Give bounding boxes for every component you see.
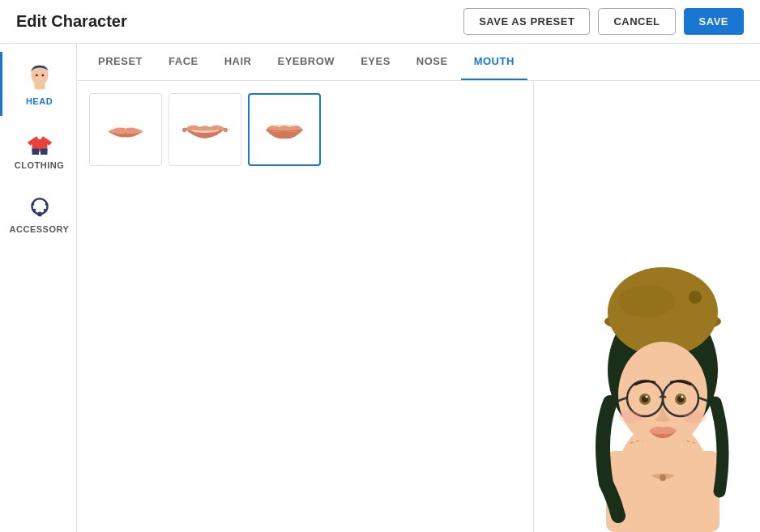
tab-mouth[interactable]: MOUTH bbox=[461, 44, 527, 80]
mouth-1-icon bbox=[97, 116, 154, 144]
svg-point-36 bbox=[681, 396, 684, 398]
main-layout: HEAD bbox=[0, 44, 760, 532]
save-as-preset-button[interactable]: SAVE AS PRESET bbox=[463, 8, 590, 35]
character-preview bbox=[533, 81, 760, 532]
svg-point-13 bbox=[182, 128, 186, 131]
mouth-2-icon bbox=[177, 116, 233, 144]
svg-point-9 bbox=[31, 202, 34, 206]
svg-point-38 bbox=[684, 411, 707, 423]
svg-point-11 bbox=[32, 209, 36, 212]
mouth-3-icon bbox=[256, 116, 313, 144]
mouth-option-3[interactable] bbox=[248, 93, 321, 166]
sidebar: HEAD bbox=[0, 44, 77, 532]
svg-rect-6 bbox=[40, 149, 47, 155]
page-title: Edit Character bbox=[16, 12, 127, 31]
tab-nose[interactable]: NOSE bbox=[403, 44, 461, 80]
mouth-options-area bbox=[77, 81, 533, 532]
header: Edit Character SAVE AS PRESET CANCEL SAV… bbox=[0, 0, 760, 44]
sidebar-item-clothing[interactable]: CLOTHING bbox=[0, 116, 76, 180]
svg-point-3 bbox=[41, 74, 44, 77]
svg-point-8 bbox=[37, 212, 42, 217]
svg-point-20 bbox=[689, 291, 702, 304]
svg-rect-5 bbox=[32, 149, 39, 155]
svg-point-14 bbox=[224, 128, 227, 131]
svg-point-21 bbox=[618, 285, 675, 317]
tab-eyes[interactable]: EYES bbox=[348, 44, 403, 80]
app-container: Edit Character SAVE AS PRESET CANCEL SAV… bbox=[0, 0, 760, 532]
cancel-button[interactable]: CANCEL bbox=[598, 8, 675, 35]
save-button[interactable]: SAVE bbox=[684, 8, 744, 35]
accessory-icon bbox=[24, 189, 55, 220]
mouth-option-2[interactable] bbox=[169, 93, 241, 166]
svg-point-12 bbox=[43, 209, 46, 212]
sidebar-item-head-label: HEAD bbox=[26, 96, 53, 106]
character-illustration bbox=[557, 192, 760, 532]
header-actions: SAVE AS PRESET CANCEL SAVE bbox=[463, 8, 744, 35]
sidebar-item-accessory[interactable]: ACCESSORY bbox=[0, 180, 76, 244]
tab-face[interactable]: FACE bbox=[156, 44, 211, 80]
clothing-icon bbox=[24, 126, 55, 156]
tab-hair[interactable]: HAIR bbox=[211, 44, 265, 80]
head-icon bbox=[24, 62, 55, 92]
svg-point-37 bbox=[619, 411, 642, 423]
svg-point-16 bbox=[660, 475, 666, 481]
svg-point-35 bbox=[646, 396, 648, 398]
content-area: PRESET FACE HAIR EYEBROW EYES NOSE MOUTH bbox=[77, 44, 760, 532]
mouth-option-1[interactable] bbox=[89, 93, 162, 166]
tabs: PRESET FACE HAIR EYEBROW EYES NOSE MOUTH bbox=[77, 44, 760, 81]
svg-point-10 bbox=[45, 202, 48, 206]
sidebar-item-head[interactable]: HEAD bbox=[0, 52, 76, 116]
tab-preset[interactable]: PRESET bbox=[85, 44, 156, 80]
sidebar-item-clothing-label: CLOTHING bbox=[15, 160, 64, 170]
tab-eyebrow[interactable]: EYEBROW bbox=[264, 44, 348, 80]
svg-point-2 bbox=[35, 74, 37, 77]
sidebar-item-accessory-label: ACCESSORY bbox=[10, 224, 70, 234]
